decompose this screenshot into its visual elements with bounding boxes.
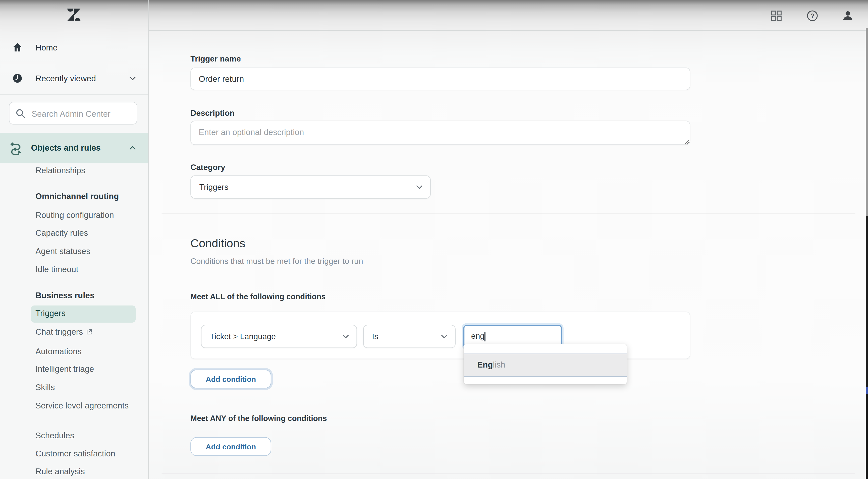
sidebar-item-label: Recently viewed (35, 73, 96, 83)
admin-center-window: ? Home (0, 0, 868, 479)
condition-field-select[interactable]: Ticket > Language (201, 325, 357, 348)
sidebar-item-skills[interactable]: Skills (35, 381, 142, 393)
zendesk-logo (66, 7, 82, 22)
help-icon[interactable]: ? (806, 10, 818, 22)
category-select[interactable]: Triggers (190, 175, 431, 199)
user-icon[interactable] (842, 10, 854, 22)
right-edge-window-artifact (866, 216, 868, 387)
svg-text:?: ? (810, 12, 814, 20)
sidebar-item-triggers-selected[interactable]: Triggers (31, 306, 135, 323)
sidebar-item-automations[interactable]: Automations (35, 345, 142, 357)
clock-icon (12, 73, 23, 83)
autocomplete-dropdown: English (464, 344, 627, 384)
sidebar-group-header-omnichannel-routing: Omnichannel routing (35, 192, 142, 201)
description-label: Description (190, 108, 235, 117)
add-condition-button-any[interactable]: Add condition (190, 437, 271, 456)
trigger-edit-form: Trigger name Description Category Trigge… (149, 31, 866, 479)
sidebar-divider (0, 94, 149, 95)
sidebar-section-label: Objects and rules (31, 143, 100, 152)
chevron-down-icon (415, 183, 424, 191)
sidebar-item-intelligent-triage[interactable]: Intelligent triage (35, 363, 142, 375)
text-caret (485, 332, 485, 341)
sidebar-item-rule-analysis[interactable]: Rule analysis (35, 466, 142, 478)
conditions-heading: Conditions (190, 237, 245, 250)
chevron-down-icon (128, 74, 136, 82)
sidebar-section-objects-and-rules[interactable]: Objects and rules (0, 133, 149, 163)
sidebar-item-relationships[interactable]: Relationships (35, 164, 142, 177)
trigger-name-label: Trigger name (190, 54, 241, 63)
conditions-subtext: Conditions that must be met for the trig… (190, 257, 363, 266)
sidebar-group-header-business-rules: Business rules (35, 290, 142, 300)
external-link-icon (86, 326, 92, 339)
sidebar-item-home[interactable]: Home (0, 39, 149, 55)
home-icon (12, 42, 23, 52)
search-box (9, 102, 137, 125)
workflow-icon (9, 140, 24, 156)
section-divider (162, 213, 856, 214)
category-label: Category (190, 163, 225, 171)
right-edge-window-artifact (866, 28, 868, 216)
chevron-up-icon (128, 144, 136, 152)
sidebar-item-routing-configuration[interactable]: Routing configuration (35, 209, 142, 221)
sidebar-item-idle-timeout[interactable]: Idle timeout (35, 263, 142, 276)
meet-any-label: Meet ANY of the following conditions (190, 414, 327, 423)
sidebar-item-recently-viewed[interactable]: Recently viewed (0, 70, 149, 86)
add-condition-button-all[interactable]: Add condition (190, 370, 271, 388)
sidebar-item-agent-statuses[interactable]: Agent statuses (35, 245, 142, 257)
sidebar-item-label: Home (35, 42, 58, 52)
apps-grid-icon[interactable] (771, 10, 782, 22)
search-icon (16, 108, 26, 119)
sidebar-item-schedules[interactable]: Schedules (35, 429, 142, 441)
right-edge-window-artifact (866, 394, 868, 479)
search-input[interactable] (30, 103, 135, 125)
bottom-divider (162, 473, 856, 474)
meet-all-label: Meet ALL of the following conditions (190, 292, 326, 301)
autocomplete-option-english[interactable]: English (464, 353, 627, 377)
sidebar-item-chat-triggers[interactable]: Chat triggers (35, 326, 142, 339)
chevron-down-icon (342, 332, 350, 341)
trigger-name-input[interactable] (190, 67, 690, 90)
sidebar-item-capacity-rules[interactable]: Capacity rules (35, 227, 142, 239)
sidebar-item-service-level-agreements[interactable]: Service level agreements (35, 400, 130, 412)
description-textarea[interactable] (190, 121, 690, 145)
chevron-down-icon (440, 332, 448, 341)
sidebar-item-customer-satisfaction[interactable]: Customer satisfaction (35, 448, 142, 460)
sidebar: Home Recently viewed (0, 0, 149, 479)
right-edge-window-artifact (866, 387, 868, 394)
condition-operator-select[interactable]: Is (363, 325, 456, 348)
